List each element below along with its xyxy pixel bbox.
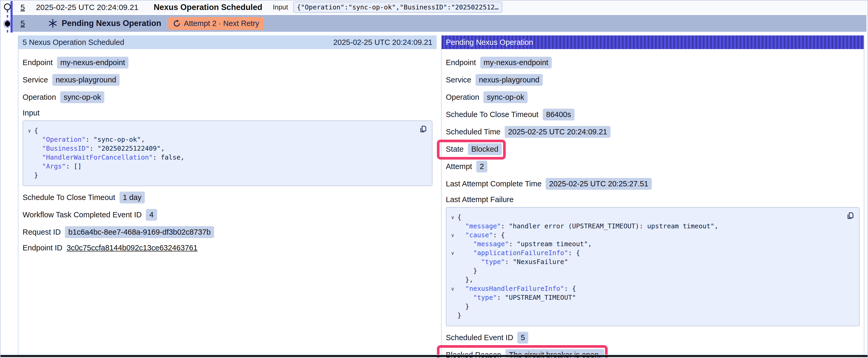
chevron-gutter [25,144,34,153]
chevron-gutter [25,153,34,162]
timeline-gutter [1,1,12,358]
field-label: Operation [23,93,56,102]
field-value-badge: 2025-02-25 UTC 20:24:09.21 [505,126,611,138]
event-marker-open-icon [4,3,11,10]
field-label: Schedule To Close Timeout [23,193,115,202]
window-bottom-edge [1,355,867,357]
field-value-badge: nexus-playground [475,74,543,86]
field-label: Endpoint [446,58,476,67]
field-value-badge: nexus-playground [52,74,120,86]
field-row: Endpoint my-nexus-endpoint [23,57,432,68]
copy-button[interactable] [846,211,855,220]
code-line-text: } [34,171,38,180]
field-row: Scheduled Time 2025-02-25 UTC 20:24:09.2… [446,126,860,138]
asterisk-icon [48,19,58,28]
pending-panel-header: Pending Nexus Operation [442,35,864,49]
code-line-text: "nexusHandlerFailureInfo": { [457,284,576,293]
collapse-chevron-icon[interactable]: ∨ [448,213,457,222]
event-id-link[interactable]: 5 [21,19,25,28]
input-label: Input [273,3,288,11]
chevron-gutter [25,162,34,171]
endpoint-id-link[interactable]: 3c0c75ccfa8144b092c13ce632463761 [67,243,197,252]
field-label: Schedule To Close Timeout [446,110,538,119]
attempt-retry-badge: Attempt 2 · Next Retry [168,17,264,30]
field-value-badge: 86400s [543,109,575,121]
code-line-text: "Operation": "sync-op-ok", [34,135,145,144]
field-value-badge: sync-op-ok [484,91,528,103]
failure-json-block: ∨{ "message": "handler error (UPSTREAM_T… [446,207,860,326]
field-label: Request ID [23,228,61,236]
field-value-badge: b1c6a4bc-8ee7-468a-9169-df3b02c8737b [65,226,214,238]
field-label: Service [23,75,48,84]
code-line-text: "type": "UPSTREAM_TIMEOUT" [457,293,576,302]
panel-title: Pending Nexus Operation [446,38,533,47]
pending-operation-panel: Pending Nexus Operation Endpoint my-nexu… [441,35,864,358]
field-label: Scheduled Event ID [446,333,513,342]
history-row-pending[interactable]: 5 Pending Nexus Operation Attempt 2 · Ne… [12,15,866,32]
input-preview-chip[interactable]: {"Operation":"sync-op-ok","BusinessID":"… [293,2,502,13]
collapse-chevron-icon[interactable]: ∨ [25,126,34,135]
field-row: Service nexus-playground [446,74,860,86]
field-row: Schedule To Close Timeout 86400s [446,109,860,121]
chevron-gutter [448,240,457,249]
field-value-badge: sync-op-ok [60,91,104,103]
field-value-badge: 4 [146,209,157,221]
field-label: Endpoint ID [23,243,63,252]
history-row-scheduled[interactable]: 5 2025-02-25 UTC 20:24:09.21 Nexus Opera… [12,1,866,13]
field-label: Attempt [446,162,472,171]
chevron-gutter [448,293,457,302]
field-value-badge: 5 [517,332,528,344]
field-row: Operation sync-op-ok [23,91,432,103]
code-line-text: "type": "NexusFailure" [457,258,568,266]
input-section-label: Input [23,109,432,117]
input-json-block: ∨{ "Operation": "sync-op-ok", "BusinessI… [23,121,432,186]
active-event-indicator-bar [10,1,12,33]
code-line-text: "HandlerWaitForCancellation": false, [34,153,184,162]
chevron-gutter [448,266,457,275]
chevron-gutter [448,311,457,320]
copy-button[interactable] [419,125,428,134]
event-title: Pending Nexus Operation [62,19,161,28]
event-id-link[interactable]: 5 [21,3,25,12]
field-label: Workflow Task Completed Event ID [23,210,142,219]
code-line-text: }, [457,275,473,284]
scheduled-panel-header: 5 Nexus Operation Scheduled 2025-02-25 U… [19,35,437,49]
scheduled-event-detail-panel: 5 Nexus Operation Scheduled 2025-02-25 U… [18,35,437,356]
field-value-badge: my-nexus-endpoint [480,57,552,68]
field-value-badge: my-nexus-endpoint [57,57,129,68]
field-row: Last Attempt Complete Time 2025-02-25 UT… [446,178,860,190]
code-line-text: { [34,126,38,135]
code-line-text: } [457,266,477,275]
collapse-chevron-icon[interactable]: ∨ [448,284,457,293]
event-timestamp: 2025-02-25 UTC 20:24:09.21 [36,3,138,12]
chevron-gutter [25,171,34,180]
field-label: Scheduled Time [446,128,500,136]
field-value-badge: 2 [476,161,487,172]
code-line-text: "BusinessID": "20250225122409", [34,144,165,153]
state-value-badge: Blocked [468,143,502,155]
event-title: Nexus Operation Scheduled [154,3,262,12]
failure-section-label: Last Attempt Failure [446,195,860,204]
panel-title: 5 Nexus Operation Scheduled [23,38,124,47]
chevron-gutter [448,302,457,311]
field-row: Operation sync-op-ok [446,91,860,103]
code-line-text: { [457,213,461,222]
code-line-text: "applicationFailureInfo": { [457,249,580,258]
field-label: Operation [446,93,479,102]
chevron-gutter [448,222,457,231]
panel-timestamp: 2025-02-25 UTC 20:24:09.21 [333,38,432,47]
field-row: Scheduled Event ID 5 [446,332,860,344]
code-line-text: "message": "handler error (UPSTREAM_TIME… [457,222,718,231]
retry-arrow-icon [173,20,181,27]
chevron-gutter [448,275,457,284]
field-label: Last Attempt Complete Time [446,180,541,188]
field-row: Endpoint my-nexus-endpoint [446,57,860,68]
code-line-text: "cause": { [457,231,505,240]
field-row: Attempt 2 [446,161,860,172]
field-value-badge: 1 day [120,192,145,203]
collapse-chevron-icon[interactable]: ∨ [448,249,457,258]
field-row: Request ID b1c6a4bc-8ee7-468a-9169-df3b0… [23,226,432,238]
collapse-chevron-icon[interactable]: ∨ [448,231,457,240]
field-row: Service nexus-playground [23,74,432,86]
code-line-text: } [457,311,461,320]
